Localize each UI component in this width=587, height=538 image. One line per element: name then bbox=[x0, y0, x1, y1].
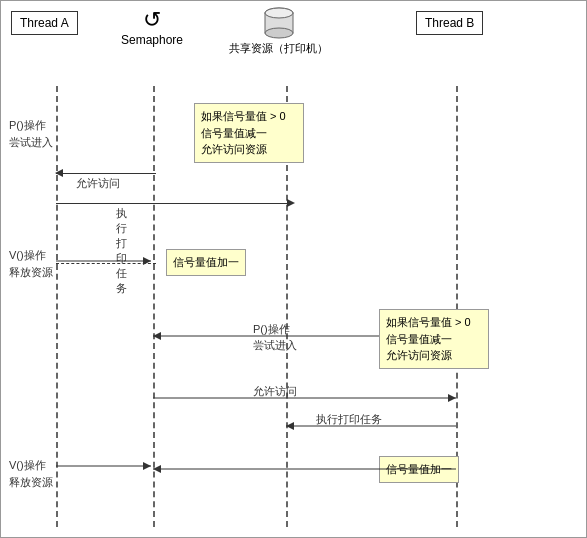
refresh-icon: ↺ bbox=[143, 9, 161, 31]
allow-access-arrow-2: 允许访问 bbox=[153, 393, 458, 408]
lifeline-threadA bbox=[56, 86, 58, 527]
msg-p-operation-1: P()操作 尝试进入 bbox=[9, 117, 53, 150]
note1-line1: 如果信号量值 > 0 bbox=[201, 110, 286, 122]
svg-marker-14 bbox=[286, 422, 294, 430]
resource-label: 共享资源（打印机） bbox=[229, 41, 328, 56]
note1-line3: 允许访问资源 bbox=[201, 143, 267, 155]
svg-marker-5 bbox=[143, 257, 151, 265]
note-semaphore-3: 如果信号量值 > 0 信号量值减一 允许访问资源 bbox=[379, 309, 489, 369]
note3-line1: 如果信号量值 > 0 bbox=[386, 316, 471, 328]
msg-v-operation-1: V()操作 释放资源 bbox=[9, 247, 53, 280]
actor-threadB: Thread B bbox=[416, 11, 483, 35]
svg-point-2 bbox=[265, 28, 293, 38]
actor-resource: 共享资源（打印机） bbox=[229, 5, 328, 56]
note-semaphore-2: 信号量值加一 bbox=[166, 249, 246, 276]
print-task-arrow-2: 执行打印任务 bbox=[286, 421, 459, 436]
allow-access-label-1: 允许访问 bbox=[76, 176, 120, 191]
arrow-allow-access-2: 允许访问 bbox=[153, 393, 458, 411]
threadA-label: Thread A bbox=[20, 16, 69, 30]
svg-text:执行打印任务: 执行打印任务 bbox=[316, 413, 382, 425]
svg-marker-7 bbox=[153, 332, 161, 340]
threadA-box: Thread A bbox=[11, 11, 78, 35]
note2-text: 信号量值加一 bbox=[173, 256, 239, 268]
lifeline-semaphore bbox=[153, 86, 155, 527]
svg-point-3 bbox=[265, 8, 293, 18]
threadB-box: Thread B bbox=[416, 11, 483, 35]
svg-text:尝试进入: 尝试进入 bbox=[253, 339, 297, 351]
svg-text:P()操作: P()操作 bbox=[253, 323, 290, 335]
note-semaphore-1: 如果信号量值 > 0 信号量值减一 允许访问资源 bbox=[194, 103, 304, 163]
semaphore-label: Semaphore bbox=[121, 33, 183, 47]
v-op-arrow-threadB bbox=[153, 469, 458, 479]
cylinder-icon bbox=[261, 5, 297, 41]
msg-v-operation-2: V()操作 释放资源 bbox=[9, 457, 53, 490]
svg-marker-11 bbox=[448, 394, 456, 402]
actor-semaphore: ↺ Semaphore bbox=[121, 9, 183, 47]
v-op-arrow-2 bbox=[56, 466, 166, 476]
actor-threadA: Thread A bbox=[11, 11, 78, 35]
threadB-label: Thread B bbox=[425, 16, 474, 30]
svg-text:允许访问: 允许访问 bbox=[253, 385, 297, 397]
arrow-print-task-2: 执行打印任务 bbox=[286, 421, 459, 439]
svg-marker-17 bbox=[143, 462, 151, 470]
print-task-label-1: 执行打印任务 bbox=[116, 206, 127, 296]
diagram-container: Thread A ↺ Semaphore 共享资源（打印机） Thread B … bbox=[0, 0, 587, 538]
note3-line3: 允许访问资源 bbox=[386, 349, 452, 361]
note3-line2: 信号量值减一 bbox=[386, 333, 452, 345]
v-op-arrow-1 bbox=[56, 261, 166, 271]
note1-line2: 信号量值减一 bbox=[201, 127, 267, 139]
